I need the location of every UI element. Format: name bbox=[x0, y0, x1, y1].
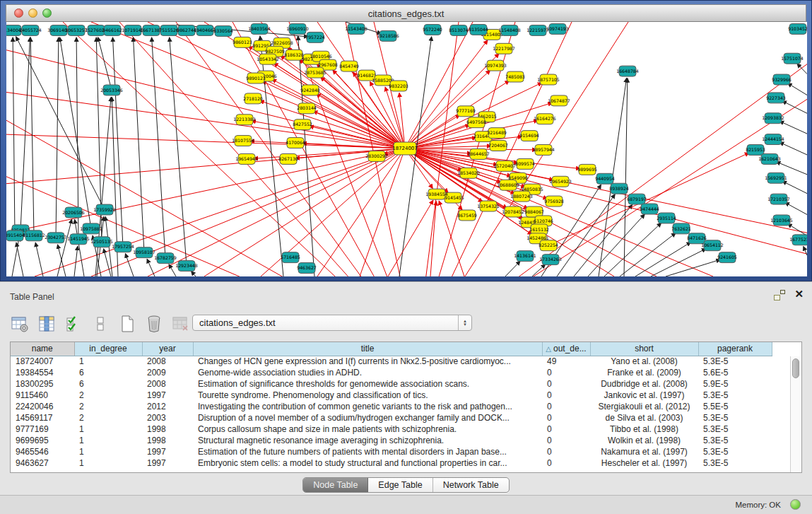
graph-edge[interactable] bbox=[6, 148, 405, 233]
graph-node[interactable]: 9242848 bbox=[300, 85, 320, 95]
graph-node[interactable]: 9103452 bbox=[788, 23, 807, 34]
graph-node[interactable]: 16775234 bbox=[789, 235, 807, 245]
graph-node[interactable]: 8135044 bbox=[469, 24, 488, 35]
graph-node[interactable]: 10975887 bbox=[80, 223, 102, 234]
graph-node[interactable]: 11543408 bbox=[345, 23, 367, 34]
graph-node[interactable]: 9227343 bbox=[766, 93, 786, 103]
graph-node[interactable]: 6497568 bbox=[466, 117, 486, 128]
graph-edge[interactable] bbox=[782, 101, 807, 113]
graph-node[interactable]: 18757105 bbox=[537, 74, 560, 85]
column-header-in_degree[interactable]: in_degree bbox=[74, 342, 142, 356]
graph-node[interactable]: 24055724 bbox=[19, 25, 42, 35]
graph-node[interactable]: 16782759 bbox=[154, 253, 177, 264]
graph-edge[interactable] bbox=[788, 224, 807, 236]
show-columns-button[interactable] bbox=[37, 314, 57, 334]
table-row[interactable]: 2242004622012Investigating the contribut… bbox=[11, 401, 772, 412]
graph-edge[interactable] bbox=[192, 271, 196, 276]
graph-node[interactable]: 9474444 bbox=[640, 204, 659, 214]
graph-edge[interactable] bbox=[147, 259, 155, 276]
graph-node[interactable]: 17359928 bbox=[93, 204, 116, 215]
network-selector-dropdown[interactable]: citations_edges.txt ▲▼ bbox=[192, 315, 472, 331]
graph-node[interactable]: 15751074 bbox=[781, 53, 804, 64]
graph-node[interactable]: 9756928 bbox=[544, 196, 564, 206]
graph-edge[interactable] bbox=[134, 37, 144, 252]
column-header-out_de[interactable]: △out_de... bbox=[542, 342, 590, 356]
scrollbar-thumb[interactable] bbox=[792, 358, 799, 378]
table-row[interactable]: 946362711997Embryonic stem cells: a mode… bbox=[11, 457, 772, 469]
graph-edge[interactable] bbox=[95, 97, 111, 276]
graph-node[interactable]: 5716485 bbox=[281, 252, 300, 263]
graph-node[interactable]: 6879197 bbox=[627, 194, 647, 204]
unselect-all-button[interactable] bbox=[90, 314, 110, 334]
close-panel-icon[interactable]: ✕ bbox=[794, 288, 804, 300]
graph-node[interactable]: 28300297 bbox=[365, 151, 388, 161]
graph-node[interactable]: 8267130 bbox=[278, 153, 298, 164]
graph-node[interactable]: 10974193 bbox=[546, 23, 569, 34]
graph-node[interactable]: 10653257 bbox=[65, 25, 88, 35]
graph-node[interactable]: 7515526 bbox=[159, 25, 179, 35]
graph-edge[interactable] bbox=[624, 78, 628, 276]
graph-node[interactable]: 18644657 bbox=[467, 149, 490, 160]
graph-node[interactable]: 8099574 bbox=[515, 158, 535, 169]
graph-edge[interactable] bbox=[20, 37, 30, 230]
graph-node[interactable]: 18107554 bbox=[232, 136, 254, 146]
delete-column-button[interactable] bbox=[144, 314, 164, 334]
graph-node[interactable]: 2935114 bbox=[657, 213, 676, 223]
graph-node[interactable]: 8215953 bbox=[746, 145, 765, 156]
graph-node[interactable]: 9860123 bbox=[233, 37, 252, 47]
graph-edge[interactable] bbox=[12, 237, 19, 276]
graph-edge[interactable] bbox=[804, 246, 807, 255]
graph-node[interactable]: 8513074 bbox=[449, 25, 469, 35]
graph-edge[interactable] bbox=[125, 254, 134, 276]
graph-node[interactable]: 8454749 bbox=[339, 61, 359, 71]
graph-node[interactable]: 11156812 bbox=[23, 230, 45, 241]
delete-table-button[interactable] bbox=[171, 314, 191, 334]
column-header-short[interactable]: short bbox=[590, 342, 698, 356]
graph-edge[interactable] bbox=[317, 148, 405, 276]
graph-edge[interactable] bbox=[16, 37, 105, 210]
graph-node[interactable]: 10974393 bbox=[484, 60, 507, 71]
graph-node[interactable]: 7204067 bbox=[488, 141, 508, 151]
graph-node[interactable]: 16648784 bbox=[616, 66, 639, 76]
graph-node[interactable]: 10674877 bbox=[548, 95, 570, 106]
graph-node[interactable]: 9440954 bbox=[595, 173, 615, 184]
graph-node[interactable]: 8675459 bbox=[457, 210, 477, 221]
column-header-title[interactable]: title bbox=[193, 342, 542, 356]
graph-node[interactable]: 10958107 bbox=[133, 247, 155, 258]
graph-node[interactable]: 23042757 bbox=[45, 233, 67, 243]
graph-node[interactable]: 12103645 bbox=[770, 215, 793, 226]
graph-node[interactable]: 8938924 bbox=[609, 183, 629, 194]
graph-edge[interactable] bbox=[666, 259, 720, 276]
float-panel-icon[interactable] bbox=[774, 290, 785, 300]
graph-node[interactable]: 16164276 bbox=[534, 114, 556, 124]
graph-edge[interactable] bbox=[6, 177, 416, 276]
graph-node[interactable]: 4170064 bbox=[286, 138, 305, 148]
graph-edge[interactable] bbox=[63, 22, 416, 276]
graph-edge[interactable] bbox=[782, 181, 807, 193]
graph-node[interactable]: 2803144 bbox=[297, 103, 317, 114]
graph-edge[interactable] bbox=[30, 37, 34, 235]
graph-node[interactable]: 15720407 bbox=[493, 160, 516, 171]
graph-edge[interactable] bbox=[57, 219, 72, 276]
table-row[interactable]: 977716911998Corpus callosum shape and si… bbox=[11, 424, 772, 435]
column-header-name[interactable]: name bbox=[11, 342, 74, 356]
graph-node[interactable]: 9832203 bbox=[389, 81, 408, 91]
tab-node-table[interactable]: Node Table bbox=[303, 478, 368, 492]
graph-node[interactable]: 9466162 bbox=[102, 25, 122, 35]
network-canvas[interactable]: 1872400798601238912954282260589827509818… bbox=[6, 22, 807, 276]
graph-node[interactable]: 15692951 bbox=[765, 173, 787, 183]
window-titlebar[interactable]: citations_edges.txt bbox=[6, 4, 806, 22]
graph-node[interactable]: 8186328 bbox=[284, 49, 304, 60]
tab-network-table[interactable]: Network Table bbox=[433, 478, 509, 492]
graph-node[interactable]: 11451945 bbox=[67, 234, 90, 245]
graph-node[interactable]: 13754321 bbox=[477, 201, 500, 211]
graph-edge[interactable] bbox=[98, 37, 112, 90]
table-row[interactable]: 1938455462009Genome-wide association stu… bbox=[11, 367, 772, 378]
graph-node[interactable]: 18807243 bbox=[510, 191, 533, 201]
graph-node[interactable]: 18957944 bbox=[532, 145, 555, 156]
graph-node[interactable]: 20053346 bbox=[100, 85, 123, 95]
graph-node[interactable]: 9899695 bbox=[577, 164, 597, 175]
graph-edge[interactable] bbox=[405, 22, 473, 148]
graph-node[interactable]: 9890123 bbox=[246, 73, 266, 83]
graph-node[interactable]: 19654923 bbox=[549, 176, 572, 187]
